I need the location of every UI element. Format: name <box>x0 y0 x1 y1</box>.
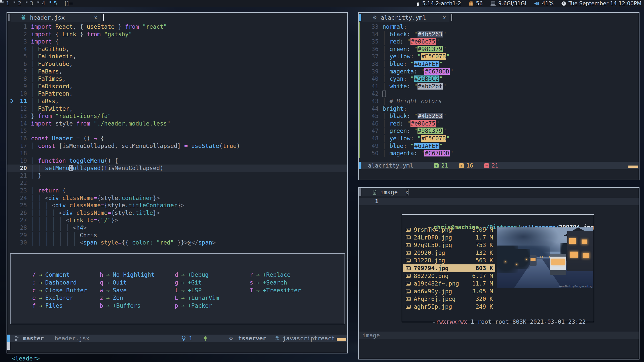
code-line[interactable]: 37│ yellow: "#E5C07B" <box>359 53 639 60</box>
file-row[interactable]: 882720.png6.17 M <box>403 272 495 280</box>
code-line[interactable]: 10│ FaPatreon, <box>7 90 347 98</box>
file-row[interactable]: AFq5r6j.jpeg320 K <box>403 295 495 303</box>
code-line[interactable]: 11│ FaRss, <box>7 98 347 105</box>
code-line[interactable]: 9│ FaDiscord, <box>7 83 347 90</box>
file-row[interactable]: a19c482f~.png11.7 M <box>403 280 495 288</box>
code-line[interactable]: 34│ black: "#4b5263" <box>359 31 639 38</box>
tab-close-icon[interactable]: x <box>87 15 97 21</box>
file-row[interactable]: 799794.jpg803 K <box>403 264 495 272</box>
code-line[interactable]: 20│ │ setMenuCollapsed(!isMenuCollapsed) <box>7 165 347 172</box>
code-line[interactable]: 42 <box>359 90 639 98</box>
code-line[interactable]: 1import React, { useState } from "react" <box>7 23 347 31</box>
whichkey-item--packer[interactable]: p→+Packer <box>174 302 219 310</box>
code-line[interactable]: 26│ │ │ │ <div className={style.title}> <box>7 209 347 217</box>
code-line[interactable]: 40│ cyan: "#56B6C2" <box>359 75 639 83</box>
line-number: 39 <box>359 68 383 75</box>
code-line[interactable]: 28│ │ │ │ │ │ <h4> <box>7 224 347 232</box>
code-line[interactable]: 1 <box>359 198 639 205</box>
code-line[interactable]: 22 <box>7 179 347 187</box>
whichkey-item--lunarvim[interactable]: L→+LunarVim <box>174 294 219 302</box>
whichkey-item-close-buffer[interactable]: c→Close Buffer <box>32 287 87 294</box>
code-line[interactable]: 50│ magenta: "#C678DD" <box>359 150 639 157</box>
line-number: 20 <box>7 165 31 172</box>
code-line[interactable]: 25│ │ │ <div className={style.titleConta… <box>7 202 347 209</box>
line-number: 8 <box>7 75 31 83</box>
code-line[interactable]: 45│ black: "#4b5263" <box>359 112 639 120</box>
file-row[interactable]: 20920.jpg132 K <box>403 249 495 257</box>
code-line[interactable]: 44bright: <box>359 105 639 113</box>
code-line[interactable]: 14import style from "./header.module.les… <box>7 120 347 128</box>
whichkey-item--replace[interactable]: r→+Replace <box>249 271 301 279</box>
code-line[interactable]: 18 <box>7 150 347 157</box>
layout-symbol[interactable]: []= <box>65 1 73 7</box>
scroll-indicator[interactable] <box>337 338 346 341</box>
code-line[interactable]: 24│ │ <div className={style.container}> <box>7 194 347 202</box>
code-line[interactable]: 48│ yellow: "#E5C07B" <box>359 135 639 142</box>
code-line[interactable]: 16const Header = () ⇒ { <box>7 135 347 142</box>
code-line[interactable]: 33normal: <box>359 23 639 31</box>
code-line[interactable]: 41│ white: "#abb2bf" <box>359 83 639 90</box>
code-line[interactable]: 7│ FaBars, <box>7 68 347 75</box>
tab-image[interactable]: image x <box>362 188 406 196</box>
code-line[interactable]: 38│ blue: "#61AFEF" <box>359 60 639 68</box>
code-line[interactable]: 27│ │ │ │ │ <Link to={"/"}> <box>7 217 347 224</box>
code-line[interactable]: 29│ │ │ │ │ │ │ Chris <box>7 232 347 239</box>
code-line[interactable]: 39│ magenta: "#C678DD" <box>359 68 639 75</box>
code-line[interactable]: 19│ function toggleMenu() { <box>7 157 347 165</box>
code-line[interactable]: 3import { <box>7 38 347 46</box>
whichkey-item--lsp[interactable]: l→+LSP <box>174 287 219 294</box>
scroll-indicator[interactable] <box>628 166 638 168</box>
code-line[interactable]: 35│ red: "#e06c75" <box>359 38 639 46</box>
code-line[interactable]: 2import { Link } from "gatsby" <box>7 31 347 38</box>
code-line[interactable]: 49│ blue: "#61AFEF" <box>359 142 639 150</box>
whichkey-item--search[interactable]: s→+Search <box>249 279 301 287</box>
whichkey-item-dashboard[interactable]: ;→Dashboard <box>32 279 87 287</box>
whichkey-item-no-highlight[interactable]: h→No Highlight <box>99 271 155 279</box>
code-line[interactable]: 36│ green: "#98C379" <box>359 46 639 53</box>
arrow-icon: → <box>36 287 45 294</box>
code-line[interactable]: 6│ FaYoutube, <box>7 60 347 68</box>
code-line[interactable]: 43│ # Bright colors <box>359 98 639 105</box>
workspace-tag-1[interactable]: 1 <box>1 1 13 7</box>
file-row[interactable]: ad6v90y.jpg3.05 M <box>403 288 495 295</box>
status-segments: 5.14.2-arch1-2569.6Gi/31Gi41%Tue Septemb… <box>416 1 644 7</box>
code-line[interactable]: 23│ return ( <box>7 187 347 194</box>
whichkey-item--buffers[interactable]: b→+Buffers <box>99 302 155 310</box>
whichkey-item-quit[interactable]: q→Quit <box>99 279 155 287</box>
code-line[interactable]: 46│ red: "#e06c75" <box>359 120 639 128</box>
code-line[interactable]: 30│ │ │ │ │ │ │ <span style={{ color: "r… <box>7 239 347 247</box>
whichkey-item-comment[interactable]: /→Comment <box>32 271 87 279</box>
tab-header-jsx[interactable]: header.jsx x <box>11 14 101 22</box>
file-row[interactable]: 31228.jpg563 K <box>403 257 495 264</box>
code-line[interactable]: 4│ FaGithub, <box>7 46 347 53</box>
code-line[interactable]: 13} from "react-icons/fa" <box>7 112 347 120</box>
whichkey-item-explorer[interactable]: e→Explorer <box>32 294 87 302</box>
whichkey-item--debug[interactable]: d→+Debug <box>174 271 219 279</box>
file-name: 31228.jpg <box>414 257 445 264</box>
code-line[interactable]: 21│ } <box>7 172 347 180</box>
workspace-tag-4[interactable]: 4 <box>37 1 49 7</box>
code-line[interactable]: 8│ FaTimes, <box>7 75 347 83</box>
code-line[interactable]: 47│ green: "#98C379" <box>359 127 639 135</box>
file-row[interactable]: aghr5Ip.jpg249 K <box>403 303 495 311</box>
workspace-tag-3[interactable]: 3 <box>25 1 37 7</box>
tab-close-icon[interactable]: x <box>435 15 446 21</box>
code-line[interactable]: 17│ const [isMenuCollapsed, setMenuColla… <box>7 142 347 150</box>
code-line[interactable]: 12│ FaTwitter, <box>7 105 347 113</box>
whichkey-item--git[interactable]: g→+Git <box>174 279 219 287</box>
code-line[interactable]: 5│ FaLinkedin, <box>7 53 347 60</box>
line-number: 12 <box>7 105 31 113</box>
file-row[interactable]: 97q9L5D.jpg753 K <box>403 241 495 249</box>
whichkey-item--treesitter[interactable]: T→+Treesitter <box>249 287 301 294</box>
code-text: import { Link } from "gatsby" <box>31 31 132 37</box>
whichkey-item-files[interactable]: f→Files <box>32 302 87 310</box>
workspace-tag-2[interactable]: 2 <box>13 1 25 7</box>
code-line[interactable]: 15 <box>7 127 347 135</box>
tab-alacritty-yml[interactable]: ⚙ alacritty.yml x <box>362 14 449 22</box>
whichkey-item-zen[interactable]: z→Zen <box>99 294 155 302</box>
tab-close-icon[interactable]: x <box>398 189 408 195</box>
workspace-tag-5[interactable]: 5 <box>49 1 61 7</box>
file-row[interactable]: 9rsmTK4.png3.09 M <box>403 226 495 234</box>
file-row[interactable]: 24LrDFQ.jpg1.7 M <box>403 234 495 242</box>
whichkey-item-save[interactable]: w→Save <box>99 287 155 294</box>
